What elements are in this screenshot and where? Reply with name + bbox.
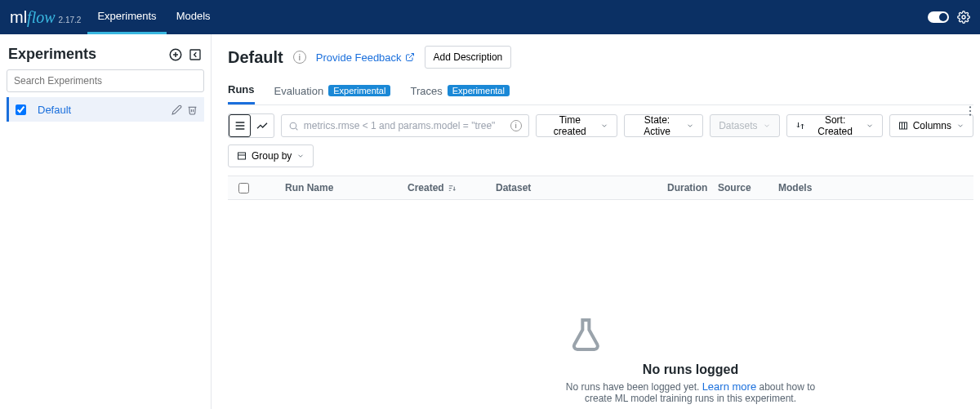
datasets-filter[interactable]: Datasets [710, 114, 779, 137]
svg-line-5 [409, 54, 414, 59]
search-icon [288, 121, 299, 131]
sidebar-item-default[interactable]: Default [7, 97, 204, 122]
new-experiment-icon[interactable] [168, 47, 183, 62]
col-source[interactable]: Source [711, 182, 772, 193]
tabs: Runs EvaluationExperimental TracesExperi… [228, 83, 973, 105]
sort-desc-icon [448, 184, 457, 193]
add-description-button[interactable]: Add Description [425, 46, 512, 69]
sidebar-title: Experiments [8, 46, 96, 63]
columns-icon [898, 121, 908, 131]
experimental-badge: Experimental [448, 85, 510, 96]
feedback-label: Provide Feedback [316, 51, 402, 64]
brand-version: 2.17.2 [59, 16, 82, 24]
settings-icon[interactable] [957, 11, 970, 24]
brand-logo: mlflow2.17.2 [10, 8, 87, 27]
chart-view-icon[interactable] [251, 114, 273, 137]
col-duration[interactable]: Duration [661, 182, 711, 193]
edit-icon[interactable] [172, 104, 182, 115]
tab-runs-label: Runs [228, 83, 255, 96]
search-experiments-input[interactable] [7, 69, 204, 92]
chevron-down-icon [866, 122, 874, 130]
svg-point-19 [969, 106, 971, 108]
state-filter[interactable]: State: Active [624, 114, 703, 137]
sidebar-item-label: Default [38, 104, 71, 116]
theme-toggle[interactable] [928, 11, 949, 23]
datasets-label: Datasets [719, 120, 757, 131]
nav-models[interactable]: Models [167, 0, 220, 34]
state-label: State: Active [633, 114, 681, 137]
empty-text-2: create ML model training runs in this ex… [566, 393, 815, 404]
select-all-checkbox[interactable] [238, 183, 249, 193]
time-created-label: Time created [545, 114, 595, 137]
view-toggle [228, 113, 274, 138]
sidebar: Experiments Default [0, 34, 212, 409]
svg-point-20 [969, 110, 971, 112]
columns-button[interactable]: Columns [889, 114, 973, 137]
empty-text: No runs have been logged yet. Learn more… [566, 380, 815, 393]
svg-rect-14 [238, 153, 246, 159]
columns-label: Columns [913, 120, 951, 131]
top-nav: mlflow2.17.2 Experiments Models [0, 0, 980, 34]
chevron-down-icon [956, 122, 964, 130]
chevron-down-icon [763, 122, 771, 130]
provide-feedback-link[interactable]: Provide Feedback [316, 51, 415, 64]
svg-point-21 [969, 114, 971, 116]
group-by-label: Group by [252, 150, 292, 162]
sort-button[interactable]: Sort: Created [786, 114, 883, 137]
learn-more-link[interactable]: Learn more [702, 380, 756, 393]
sort-label: Sort: Created [810, 114, 861, 137]
svg-line-10 [296, 128, 297, 130]
filter-input[interactable]: metrics.rmse < 1 and params.model = "tre… [281, 114, 529, 137]
tab-traces-label: Traces [410, 85, 442, 97]
chevron-down-icon [296, 152, 305, 160]
collapse-sidebar-icon[interactable] [188, 47, 203, 62]
nav-experiments-label: Experiments [97, 10, 156, 22]
svg-rect-11 [899, 122, 906, 129]
col-models[interactable]: Models [772, 182, 837, 193]
list-view-icon[interactable] [229, 114, 251, 137]
page-title: Default [228, 48, 283, 67]
filter-help-icon[interactable]: i [510, 120, 522, 131]
col-run-name[interactable]: Run Name [278, 182, 401, 193]
nav-models-label: Models [176, 10, 211, 22]
empty-title: No runs logged [566, 362, 815, 377]
tab-runs[interactable]: Runs [228, 83, 255, 104]
filter-placeholder: metrics.rmse < 1 and params.model = "tre… [304, 120, 506, 131]
add-description-label: Add Description [434, 51, 503, 63]
group-by-button[interactable]: Group by [228, 144, 314, 167]
group-icon [237, 151, 247, 161]
col-created[interactable]: Created [401, 182, 489, 193]
tab-evaluation[interactable]: EvaluationExperimental [274, 83, 391, 104]
main-content: Default i Provide Feedback Add Descripti… [212, 34, 980, 409]
delete-icon[interactable] [187, 104, 198, 115]
tab-evaluation-label: Evaluation [274, 85, 324, 97]
brand-flow: flow [27, 8, 55, 26]
brand-ml: ml [10, 8, 27, 26]
sort-icon [795, 121, 805, 131]
experimental-badge: Experimental [328, 85, 390, 96]
col-created-label: Created [408, 182, 444, 193]
svg-rect-4 [190, 50, 200, 60]
empty-state: No runs logged No runs have been logged … [566, 315, 815, 404]
col-dataset[interactable]: Dataset [489, 182, 661, 193]
sidebar-item-checkbox[interactable] [16, 104, 26, 115]
svg-point-0 [962, 16, 965, 19]
info-icon[interactable]: i [293, 51, 306, 64]
tab-traces[interactable]: TracesExperimental [410, 83, 509, 104]
nav-experiments[interactable]: Experiments [87, 0, 166, 34]
table-header: Run Name Created Dataset Duration Source… [228, 176, 973, 200]
time-created-filter[interactable]: Time created [536, 114, 617, 137]
chevron-down-icon [686, 122, 694, 130]
more-options-icon[interactable] [964, 104, 977, 118]
svg-point-9 [290, 122, 296, 129]
chevron-down-icon [600, 122, 608, 130]
flask-icon [566, 315, 605, 354]
